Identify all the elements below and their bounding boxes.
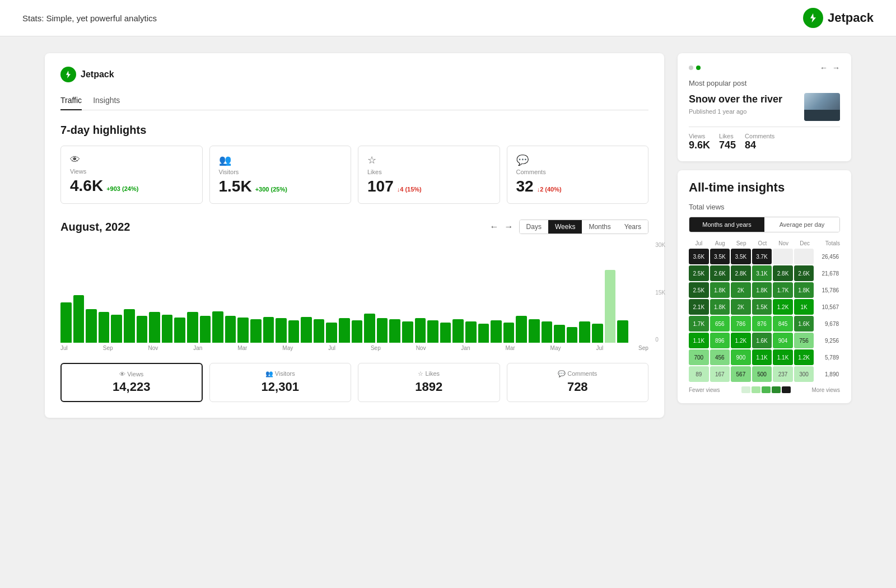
bar-12[interactable]	[212, 311, 223, 343]
bar-20[interactable]	[314, 319, 325, 343]
bar-28[interactable]	[415, 318, 426, 343]
bar-22[interactable]	[339, 318, 350, 343]
bar-44[interactable]	[617, 320, 628, 343]
bar-43[interactable]	[605, 270, 616, 343]
cell-3-6: 1.8K	[794, 282, 814, 298]
bar-34[interactable]	[491, 320, 502, 343]
highlight-visitors: 👥 Visitors 1.5K+300 (25%)	[209, 146, 352, 204]
main-tabs: Traffic Insights	[60, 91, 648, 110]
bar-3[interactable]	[99, 312, 110, 343]
likes-value: 107↓4 (15%)	[367, 178, 491, 195]
views-icon: 👁	[70, 154, 193, 166]
cell-5-2: 656	[710, 316, 730, 332]
col-sep: Sep	[731, 240, 752, 246]
y-label-15k: 15K	[655, 290, 665, 296]
bar-0[interactable]	[60, 302, 72, 343]
cell-4-2: 1.8K	[710, 299, 730, 315]
cell-8-6: 300	[794, 366, 814, 382]
cell-4-3: 2K	[731, 299, 751, 315]
cell-3-3: 2K	[731, 282, 751, 298]
bar-21[interactable]	[326, 323, 337, 343]
legend-more: More views	[811, 387, 840, 393]
bar-15[interactable]	[250, 319, 262, 343]
heatmap-row-4: 2.1K 1.8K 2K 1.5K 1.2K 1K 10,567	[689, 299, 840, 315]
swatch-4	[772, 386, 781, 393]
bar-19[interactable]	[301, 317, 312, 343]
toggle-months-years[interactable]: Months and years	[689, 217, 764, 232]
chart-next-arrow[interactable]: →	[505, 222, 514, 232]
post-views-value: 9.6K	[689, 139, 710, 151]
post-next-arrow[interactable]: →	[832, 63, 840, 72]
period-years[interactable]: Years	[618, 220, 648, 234]
bar-25[interactable]	[377, 318, 388, 343]
col-dec: Dec	[795, 240, 815, 246]
bar-37[interactable]	[529, 319, 540, 343]
post-likes-label: Likes	[719, 133, 736, 139]
period-weeks[interactable]: Weeks	[548, 220, 582, 234]
heatmap-row-5: 1.7K 656 786 876 845 1.6K 9,678	[689, 316, 840, 332]
stat-likes[interactable]: ☆ Likes 1892	[358, 363, 500, 402]
bar-18[interactable]	[288, 320, 300, 343]
bar-4[interactable]	[111, 315, 122, 343]
heatmap-row-8: 89 167 567 500 237 300 1,890	[689, 366, 840, 382]
bar-7[interactable]	[149, 312, 160, 343]
cell-1-3: 3.5K	[731, 249, 751, 264]
stat-comments[interactable]: 💬 Comments 728	[507, 363, 649, 402]
bar-38[interactable]	[542, 321, 553, 343]
bar-16[interactable]	[263, 317, 274, 343]
toggle-avg-per-day[interactable]: Average per day	[764, 217, 839, 232]
stat-views[interactable]: 👁 Views 14,223	[60, 363, 203, 402]
bar-31[interactable]	[452, 319, 464, 343]
bar-6[interactable]	[137, 316, 148, 343]
insights-subtitle: Total views	[689, 203, 840, 211]
bar-29[interactable]	[427, 320, 438, 343]
bar-14[interactable]	[237, 318, 249, 343]
bar-26[interactable]	[389, 319, 400, 343]
swatch-1	[741, 386, 750, 393]
post-prev-arrow[interactable]: ←	[820, 63, 828, 72]
post-title[interactable]: Snow over the river	[689, 93, 782, 106]
cell-2-6: 2.6K	[794, 265, 814, 281]
bar-5[interactable]	[124, 309, 135, 343]
likes-label: Likes	[367, 169, 491, 175]
bar-8[interactable]	[162, 315, 173, 343]
carousel-dots	[689, 66, 701, 70]
bar-41[interactable]	[579, 321, 590, 343]
bar-2[interactable]	[86, 309, 97, 343]
bar-23[interactable]	[352, 320, 363, 343]
popular-post-card: ← → Most popular post Snow over the rive…	[678, 53, 851, 161]
bar-10[interactable]	[187, 312, 198, 343]
bar-40[interactable]	[567, 327, 578, 343]
bar-27[interactable]	[402, 321, 413, 343]
bar-1[interactable]	[73, 295, 85, 343]
bar-30[interactable]	[440, 323, 451, 343]
bar-32[interactable]	[465, 321, 477, 343]
period-days[interactable]: Days	[520, 220, 548, 234]
bar-17[interactable]	[276, 318, 287, 343]
bar-33[interactable]	[478, 324, 489, 343]
bar-13[interactable]	[225, 316, 236, 343]
likes-icon: ☆	[367, 154, 491, 166]
cell-5-4: 876	[752, 316, 772, 332]
visitors-icon: 👥	[219, 154, 342, 166]
bar-39[interactable]	[554, 325, 565, 343]
period-months[interactable]: Months	[582, 220, 617, 234]
bar-11[interactable]	[200, 316, 211, 343]
cell-1-5	[773, 249, 793, 264]
bar-36[interactable]	[516, 316, 527, 343]
stat-visitors[interactable]: 👥 Visitors 12,301	[209, 363, 352, 402]
bar-9[interactable]	[174, 318, 185, 343]
chart-prev-arrow[interactable]: ←	[490, 222, 499, 232]
bar-35[interactable]	[503, 323, 515, 343]
likes-change: ↓4 (15%)	[397, 186, 422, 193]
total-7: 5,789	[815, 354, 840, 361]
tab-traffic[interactable]: Traffic	[60, 91, 82, 110]
cell-4-4: 1.5K	[752, 299, 772, 315]
total-5: 9,678	[815, 321, 840, 327]
heatmap-header: Jul Aug Sep Oct Nov Dec Totals	[689, 240, 840, 246]
bar-24[interactable]	[364, 314, 375, 343]
tab-insights[interactable]: Insights	[93, 91, 120, 110]
views-change: +903 (24%)	[106, 185, 138, 192]
bar-42[interactable]	[592, 324, 603, 343]
dot-2	[696, 66, 701, 70]
